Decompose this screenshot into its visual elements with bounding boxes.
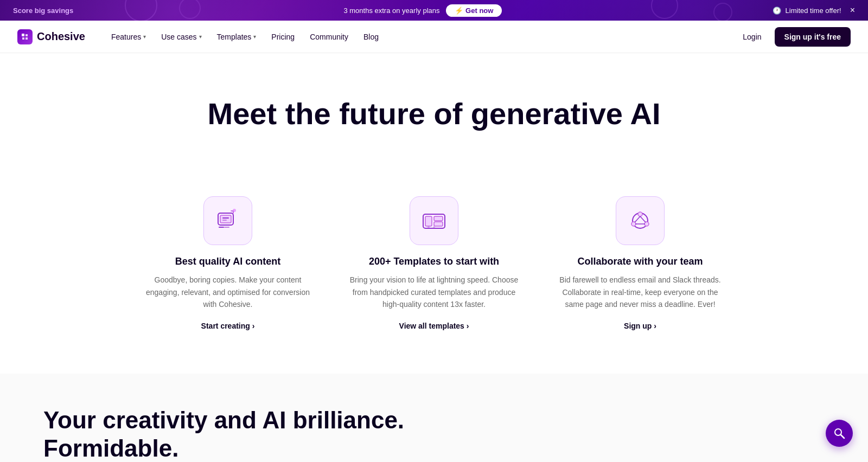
nav-blog[interactable]: Blog xyxy=(357,28,385,46)
bottom-title: Your creativity and AI brilliance. Formi… xyxy=(43,406,423,462)
nav-links: Features ▾ Use cases ▾ Templates ▾ Prici… xyxy=(105,28,385,46)
ai-content-icon-wrap xyxy=(203,196,252,245)
use-cases-chevron: ▾ xyxy=(199,34,202,40)
nav-features[interactable]: Features ▾ xyxy=(105,28,152,46)
feature-card-collaborate: Collaborate with your team Bid farewell … xyxy=(553,196,727,330)
svg-rect-0 xyxy=(22,34,24,36)
navbar: Cohesive Features ▾ Use cases ▾ Template… xyxy=(0,21,868,53)
collaborate-icon xyxy=(626,207,654,235)
get-now-button[interactable]: ⚡ Get now xyxy=(446,4,502,17)
svg-point-5 xyxy=(233,209,236,212)
logo[interactable]: Cohesive xyxy=(17,29,85,44)
hero-title: Meet the future of generative AI xyxy=(22,97,846,131)
svg-point-11 xyxy=(433,226,435,228)
svg-line-17 xyxy=(635,216,640,222)
banner-left-text: Score big savings xyxy=(13,7,73,15)
collaborate-icon-wrap xyxy=(616,196,665,245)
svg-rect-9 xyxy=(434,222,443,226)
svg-rect-3 xyxy=(222,217,229,219)
templates-icon xyxy=(420,207,448,235)
templates-title: 200+ Templates to start with xyxy=(369,256,499,267)
banner-center-text: 3 months extra on yearly plans xyxy=(343,7,439,15)
svg-rect-8 xyxy=(434,216,443,221)
templates-chevron: ▾ xyxy=(253,34,256,40)
collaborate-desc: Bid farewell to endless email and Slack … xyxy=(553,274,727,310)
ai-content-desc: Goodbye, boring copies. Make your conten… xyxy=(141,274,315,310)
svg-line-20 xyxy=(841,435,844,438)
nav-community[interactable]: Community xyxy=(303,28,355,46)
svg-point-10 xyxy=(427,226,430,228)
logo-text: Cohesive xyxy=(37,30,85,43)
svg-rect-7 xyxy=(425,216,432,226)
svg-rect-4 xyxy=(222,220,227,221)
ai-content-icon xyxy=(214,207,242,235)
svg-line-16 xyxy=(640,216,646,222)
ai-content-title: Best quality AI content xyxy=(175,256,280,267)
nav-pricing[interactable]: Pricing xyxy=(265,28,301,46)
login-button[interactable]: Login xyxy=(736,28,768,46)
clock-icon: 🕐 xyxy=(773,7,781,15)
features-chevron: ▾ xyxy=(143,34,146,40)
banner-close-button[interactable]: × xyxy=(850,5,855,15)
feature-card-ai-content: Best quality AI content Goodbye, boring … xyxy=(141,196,315,330)
svg-point-13 xyxy=(638,212,642,216)
templates-link[interactable]: View all templates › xyxy=(399,322,469,330)
nav-right: Login Sign up it's free xyxy=(736,27,851,47)
nav-left: Cohesive Features ▾ Use cases ▾ Template… xyxy=(17,28,385,46)
search-fab-icon xyxy=(833,427,845,439)
banner-right: 🕐 Limited time offer! × xyxy=(773,5,855,15)
nav-templates[interactable]: Templates ▾ xyxy=(210,28,263,46)
logo-icon xyxy=(17,29,33,44)
ai-content-link[interactable]: Start creating › xyxy=(201,322,255,330)
signup-button[interactable]: Sign up it's free xyxy=(775,27,851,47)
banner-center: 3 months extra on yearly plans ⚡ Get now xyxy=(343,4,502,17)
hero-section: Meet the future of generative AI xyxy=(0,53,868,196)
banner-right-text: Limited time offer! xyxy=(786,7,841,15)
bottom-section: Your creativity and AI brilliance. Formi… xyxy=(0,374,868,462)
feature-card-templates: 200+ Templates to start with Bring your … xyxy=(347,196,521,330)
collaborate-link[interactable]: Sign up › xyxy=(624,322,656,330)
svg-rect-2 xyxy=(220,215,231,223)
templates-icon-wrap xyxy=(410,196,458,245)
nav-use-cases[interactable]: Use cases ▾ xyxy=(155,28,208,46)
collaborate-title: Collaborate with your team xyxy=(577,256,703,267)
top-banner: Score big savings 3 months extra on year… xyxy=(0,0,868,21)
features-section: Best quality AI content Goodbye, boring … xyxy=(0,196,868,373)
search-fab-button[interactable] xyxy=(826,420,853,447)
templates-desc: Bring your vision to life at lightning s… xyxy=(347,274,521,310)
